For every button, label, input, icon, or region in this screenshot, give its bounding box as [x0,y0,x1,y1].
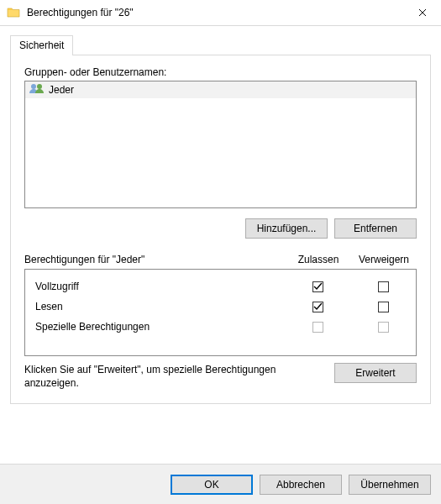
deny-column-header: Verweigern [351,254,417,265]
remove-button[interactable]: Entfernen [334,218,417,239]
permission-name: Lesen [35,301,285,312]
dialog-button-bar: OK Abbrechen Übernehmen [0,464,441,504]
add-button[interactable]: Hinzufügen... [245,218,328,239]
groups-listbox[interactable]: Jeder [24,81,417,208]
permissions-header: Berechtigungen für "Jeder" Zulassen Verw… [24,254,417,265]
svg-point-0 [31,84,36,89]
list-item-label: Jeder [49,84,74,96]
titlebar: Berechtigungen für "26" [0,0,441,26]
permission-row: Spezielle Berechtigungen [25,317,416,337]
list-item[interactable]: Jeder [25,81,416,98]
group-buttons: Hinzufügen... Entfernen [24,218,417,239]
allow-cell [285,322,350,333]
deny-checkbox[interactable] [378,302,389,312]
tab-security[interactable]: Sicherheit [10,35,73,55]
allow-column-header: Zulassen [286,254,351,265]
advanced-button[interactable]: Erweitert [334,363,417,383]
tabstrip: Sicherheit [10,34,431,55]
allow-checkbox[interactable] [312,281,323,292]
ok-button[interactable]: OK [171,475,253,495]
allow-checkbox[interactable] [312,302,323,312]
allow-checkbox [312,322,323,333]
groups-label: Gruppen- oder Benutzernamen: [24,66,417,78]
client-area: Sicherheit Gruppen- oder Benutzernamen: … [0,26,441,404]
deny-cell [350,281,416,292]
folder-icon [7,6,20,19]
advanced-row: Klicken Sie auf "Erweitert", um speziell… [24,363,417,390]
close-button[interactable] [403,0,441,25]
permissions-title: Berechtigungen für "Jeder" [24,254,286,265]
deny-cell [350,302,416,312]
deny-checkbox [378,322,389,333]
permission-row: Lesen [25,297,416,317]
group-icon [29,82,45,97]
deny-cell [350,322,416,333]
permissions-listbox: VollzugriffLesenSpezielle Berechtigungen [24,269,417,356]
allow-cell [285,281,350,292]
tab-panel-security: Gruppen- oder Benutzernamen: Jeder Hinzu… [10,55,431,404]
deny-checkbox[interactable] [378,281,389,292]
window-title: Berechtigungen für "26" [27,7,134,18]
allow-cell [285,302,350,312]
advanced-hint: Klicken Sie auf "Erweitert", um speziell… [24,363,334,390]
permission-row: Vollzugriff [25,276,416,297]
apply-button[interactable]: Übernehmen [349,475,431,495]
permission-name: Spezielle Berechtigungen [35,321,285,333]
cancel-button[interactable]: Abbrechen [260,475,342,495]
permission-name: Vollzugriff [35,281,285,292]
svg-point-1 [37,84,42,89]
